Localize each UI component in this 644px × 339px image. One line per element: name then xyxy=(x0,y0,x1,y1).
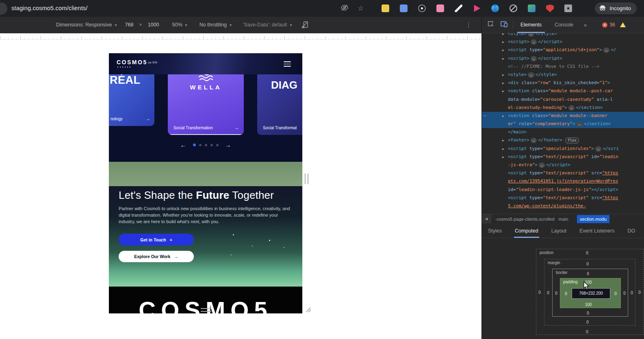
expand-arrow-icon[interactable] xyxy=(502,38,508,46)
dom-tree-node[interactable]: 5.com/wp-content/plugins/the- xyxy=(482,202,644,210)
dimensions-select[interactable]: Dimensions: Responsive xyxy=(56,22,117,28)
carousel-prev-icon[interactable]: ← xyxy=(180,141,186,148)
carousel-next-icon[interactable]: → xyxy=(225,141,231,148)
ext-yellow-square-icon[interactable] xyxy=(382,4,389,12)
ext-dark-ring-icon[interactable] xyxy=(418,4,426,12)
position-top-value[interactable]: 0 xyxy=(586,251,588,255)
expand-arrow-icon[interactable] xyxy=(502,71,508,79)
dom-tree-node[interactable]: <script type="text/javascript" src="http… xyxy=(482,194,644,202)
dom-tree-node[interactable]: <div class="row" bis_skin_checked="1"> xyxy=(482,79,644,87)
tab-event-listeners[interactable]: Event Listeners xyxy=(579,224,615,238)
dom-tree-node[interactable]: <script>…</script> xyxy=(482,38,644,46)
ext-pink-square-icon[interactable] xyxy=(436,4,444,12)
carousel-dot[interactable] xyxy=(210,144,213,146)
margin-left-value[interactable]: 0 xyxy=(547,291,549,295)
save-data-select[interactable]: 'Save-Data': default xyxy=(243,22,292,28)
expand-arrow-icon[interactable] xyxy=(502,46,508,54)
box-model-content[interactable]: 768×232.200 xyxy=(572,288,610,299)
expand-arrow-icon[interactable] xyxy=(502,87,508,96)
dom-tree-node[interactable]: id="leadin-script-loader-js-js"></script… xyxy=(482,186,644,194)
get-in-touch-button[interactable]: Get in Touch+ xyxy=(119,234,194,246)
dom-tree-node[interactable]: <footer>…</footer>flex xyxy=(482,136,644,144)
position-right-value[interactable]: 0 xyxy=(638,290,641,295)
card-arrow-icon[interactable]: → xyxy=(234,125,239,130)
toolbar-menu-icon[interactable] xyxy=(466,21,472,28)
dom-tree-node[interactable]: <script type="text/javascript" id="leadi… xyxy=(482,153,644,161)
tab-computed[interactable]: Computed xyxy=(514,224,539,238)
bookmark-star-icon[interactable]: ☆ xyxy=(358,4,364,13)
tab-elements[interactable]: Elements xyxy=(517,17,545,33)
resize-handle-bottom[interactable] xyxy=(201,308,211,312)
margin-bottom-value[interactable]: 0 xyxy=(586,320,589,324)
breadcrumb-item[interactable]: main xyxy=(559,217,568,222)
border-left-value[interactable]: 0 xyxy=(555,291,557,296)
dom-tree-node[interactable]: <script>…</script> xyxy=(482,54,644,63)
expand-arrow-icon[interactable] xyxy=(502,112,508,120)
carousel-dot[interactable] xyxy=(216,144,219,146)
border-bottom-value[interactable]: 0 xyxy=(587,311,589,315)
breadcrumb-item[interactable]: section.modu xyxy=(577,215,609,223)
padding-right-value[interactable]: 0 xyxy=(614,291,617,296)
expand-arrow-icon[interactable] xyxy=(502,55,508,63)
width-input[interactable]: 768 xyxy=(125,22,134,28)
border-top-value[interactable]: 0 xyxy=(587,272,589,276)
dom-tree-node[interactable]: <style>…</style> xyxy=(482,71,644,79)
dom-tree-node[interactable]: er" role="complementary">…</section> xyxy=(482,120,644,128)
toggle-device-toolbar-icon[interactable] xyxy=(500,21,508,29)
zoom-select[interactable]: 50% xyxy=(172,22,187,28)
breadcrumb-scroll-left-icon[interactable] xyxy=(482,214,491,224)
carousel-dot[interactable] xyxy=(205,144,207,146)
menu-icon[interactable] xyxy=(284,61,291,68)
position-left-value[interactable]: 0 xyxy=(538,290,541,295)
ext-puzzle-icon[interactable] xyxy=(564,4,572,12)
node-options-icon[interactable] xyxy=(484,112,486,120)
carousel-dot[interactable] xyxy=(199,144,202,146)
dom-tree-node[interactable]: -js-extra">…</script> xyxy=(482,161,644,169)
ext-play-badge-icon[interactable] xyxy=(473,4,481,12)
nav-button-stub[interactable] xyxy=(0,2,7,15)
tab-console[interactable]: Console xyxy=(551,17,577,33)
dom-tree-node[interactable]: <section class="module module--banner xyxy=(482,112,644,120)
dom-tree-node[interactable]: <script type="application/ld+json">…</ xyxy=(482,46,644,54)
tab-styles[interactable]: Styles xyxy=(487,224,503,238)
ext-slash-circle-icon[interactable] xyxy=(510,4,517,12)
rotate-device-icon[interactable] xyxy=(301,21,309,29)
dom-tree-node[interactable]: <script type="speculationrules">…</scri xyxy=(482,145,644,153)
dom-tree-node[interactable]: el-casestudy-heading">…</section> xyxy=(482,104,644,112)
margin-top-value[interactable]: 0 xyxy=(586,262,589,266)
ext-swirl-circle-icon[interactable] xyxy=(491,4,499,12)
ext-red-shield-icon[interactable] xyxy=(546,4,554,12)
margin-right-value[interactable]: 0 xyxy=(631,291,633,295)
card-arrow-icon[interactable]: → xyxy=(146,116,150,121)
error-badge[interactable]: 36 xyxy=(602,22,615,28)
expand-arrow-icon[interactable] xyxy=(502,137,508,145)
expand-arrow-icon[interactable] xyxy=(502,79,508,87)
breadcrumb-item[interactable]: -cosmo5.page-clients.scrolled xyxy=(495,217,555,222)
position-bottom-value[interactable]: 0 xyxy=(586,330,588,334)
dom-tree-node[interactable]: <style>…</style> xyxy=(482,33,644,38)
ext-blue-square-icon[interactable] xyxy=(400,4,408,12)
resize-handle-right[interactable] xyxy=(305,174,308,184)
dom-tree-node[interactable]: <section class="module module--post-car xyxy=(482,87,644,95)
site-logo[interactable]: COSMO5 xyxy=(117,59,147,67)
dom-tree-node[interactable]: <!-- //FIXME: Move to CSS file --> xyxy=(482,63,644,71)
tab-layout[interactable]: Layout xyxy=(551,224,568,238)
dom-tree-node[interactable]: </main> xyxy=(482,128,644,136)
ext-eyedropper-icon[interactable] xyxy=(455,4,462,12)
more-tabs-icon[interactable] xyxy=(584,22,587,28)
inspect-element-icon[interactable] xyxy=(487,20,494,29)
dom-tree-node[interactable]: pts.com/139541051.js?integration=WordPre… xyxy=(482,177,644,185)
carousel-dot[interactable] xyxy=(193,143,196,146)
explore-our-work-button[interactable]: Explore Our Work→ xyxy=(119,251,194,262)
border-right-value[interactable]: 0 xyxy=(623,291,626,296)
expand-arrow-icon[interactable] xyxy=(502,153,508,161)
height-input[interactable]: 1000 xyxy=(148,22,159,28)
warning-icon[interactable] xyxy=(620,22,626,27)
padding-left-value[interactable]: 0 xyxy=(565,291,567,296)
dom-tree-node[interactable]: data-module="carousel-casestudy" aria-l xyxy=(482,96,644,104)
expand-arrow-icon[interactable] xyxy=(502,145,508,153)
url-bar[interactable]: staging.cosmo5.com/clients/ xyxy=(11,0,88,17)
dom-tree-node[interactable]: <script type="text/javascript" src="http… xyxy=(482,169,644,177)
eye-off-icon[interactable] xyxy=(340,4,349,13)
ext-green-square-icon[interactable] xyxy=(528,4,536,12)
